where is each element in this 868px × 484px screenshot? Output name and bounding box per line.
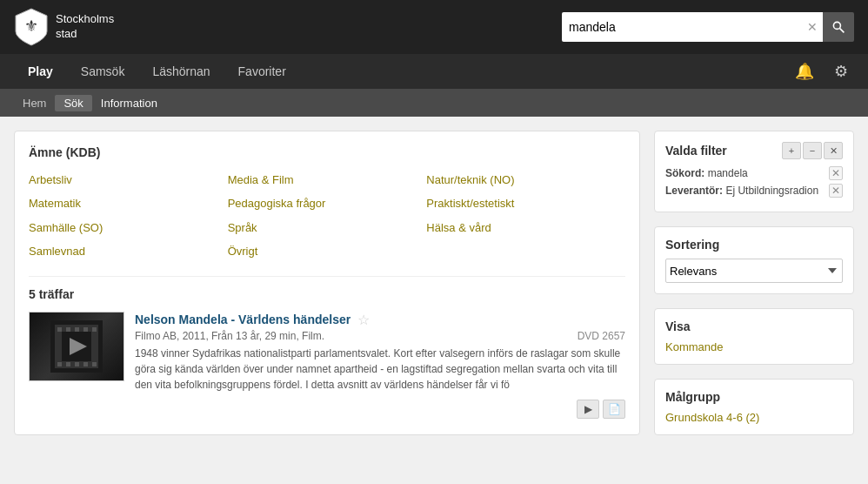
result-play-button[interactable]: ▶ xyxy=(577,400,599,419)
result-meta: Filmo AB, 2011, Från 13 år, 29 min, Film… xyxy=(135,330,625,342)
table-row: Nelson Mandela - Världens händelser ☆ Fi… xyxy=(29,312,625,419)
subject-natur-teknik[interactable]: Natur/teknik (NO) xyxy=(426,170,625,190)
navbar: Play Samsök Läshörnan Favoriter 🔔 ⚙ xyxy=(0,54,868,89)
svg-point-1 xyxy=(833,22,840,29)
logo-text: Stockholms stad xyxy=(56,12,114,42)
search-area: ✕ xyxy=(562,12,854,42)
divider xyxy=(29,276,625,277)
result-title-row: Nelson Mandela - Världens händelser ☆ xyxy=(135,312,625,328)
content-panel: Ämne (KDB) Arbetsliv Media & Film Natur/… xyxy=(14,131,640,435)
subject-section: Ämne (KDB) Arbetsliv Media & Film Natur/… xyxy=(29,145,625,262)
svg-rect-8 xyxy=(57,327,62,332)
svg-rect-9 xyxy=(66,327,70,332)
result-dvd-id: DVD 2657 xyxy=(578,330,625,342)
filter-heading: Valda filter xyxy=(665,144,727,158)
settings-button[interactable]: ⚙ xyxy=(828,58,854,84)
nav-links: Play Samsök Läshörnan Favoriter xyxy=(14,54,300,89)
logo-area: ⚜ Stockholms stad xyxy=(14,7,114,47)
breadcrumb-sok[interactable]: Sök xyxy=(55,95,91,111)
search-button[interactable] xyxy=(823,12,854,42)
breadcrumb-information[interactable]: Information xyxy=(92,95,166,111)
filter-add-button[interactable]: + xyxy=(782,142,801,159)
svg-text:⚜: ⚜ xyxy=(24,17,38,35)
svg-rect-15 xyxy=(75,362,79,366)
visa-kommande-link[interactable]: Kommande xyxy=(665,340,723,353)
filter-header: Valda filter + − ✕ xyxy=(665,142,843,159)
svg-rect-16 xyxy=(83,362,88,366)
malgrupp-heading: Målgrupp xyxy=(665,390,843,404)
subject-pedagogiska[interactable]: Pedagogiska frågor xyxy=(228,193,427,213)
subject-sprak[interactable]: Språk xyxy=(228,218,427,238)
filter-leverantor-value: Ej Utbildningsradion xyxy=(725,185,818,197)
nav-lashörnan[interactable]: Läshörnan xyxy=(138,54,224,89)
subject-ovrigt[interactable]: Övrigt xyxy=(228,241,427,261)
svg-rect-14 xyxy=(66,362,70,366)
result-thumbnail xyxy=(29,312,124,381)
nav-samsok[interactable]: Samsök xyxy=(67,54,139,89)
nav-play[interactable]: Play xyxy=(14,54,67,89)
results-count: 5 träffar xyxy=(29,287,625,301)
malgrupp-link[interactable]: Grundskola 4-6 (2) xyxy=(665,411,759,424)
result-actions: ▶ 📄 xyxy=(135,400,625,419)
malgrupp-section: Målgrupp Grundskola 4-6 (2) xyxy=(654,379,854,435)
svg-line-2 xyxy=(840,29,845,33)
subject-media-film[interactable]: Media & Film xyxy=(228,170,427,190)
result-info-button[interactable]: 📄 xyxy=(603,400,625,419)
visa-heading: Visa xyxy=(665,319,843,333)
sort-heading: Sortering xyxy=(665,238,843,252)
svg-rect-11 xyxy=(83,327,88,332)
subject-grid: Arbetsliv Media & Film Natur/teknik (NO)… xyxy=(29,170,625,262)
breadcrumb: Hem Sök Information xyxy=(0,89,868,117)
filter-sokord-value: mandela xyxy=(708,167,748,179)
nav-favoriter[interactable]: Favoriter xyxy=(224,54,300,89)
result-meta-text: Filmo AB, 2011, Från 13 år, 29 min, Film… xyxy=(135,330,324,342)
svg-rect-13 xyxy=(57,362,62,366)
star-icon[interactable]: ☆ xyxy=(357,312,370,328)
header: ⚜ Stockholms stad ✕ xyxy=(0,0,868,54)
search-input[interactable] xyxy=(562,12,823,42)
search-clear-button[interactable]: ✕ xyxy=(802,12,823,42)
result-title-link[interactable]: Nelson Mandela - Världens händelser xyxy=(135,313,351,326)
film-icon xyxy=(50,320,103,373)
filter-leverantor-remove[interactable]: ✕ xyxy=(829,184,843,198)
visa-section: Visa Kommande xyxy=(654,308,854,365)
breadcrumb-hem[interactable]: Hem xyxy=(14,95,55,111)
subject-matematik[interactable]: Matematik xyxy=(29,193,228,213)
right-panel: Valda filter + − ✕ Sökord: mandela ✕ Lev… xyxy=(654,131,854,435)
notifications-button[interactable]: 🔔 xyxy=(791,58,818,84)
svg-rect-10 xyxy=(75,327,79,332)
thumb-image xyxy=(30,313,124,380)
filter-tag-sokord-text: Sökord: mandela xyxy=(665,167,748,179)
filter-leverantor-label: Leverantör: xyxy=(665,185,723,197)
main: Ämne (KDB) Arbetsliv Media & Film Natur/… xyxy=(0,117,868,449)
svg-rect-17 xyxy=(92,362,97,366)
sort-select[interactable]: Relevans Titel A-Ö Titel Ö-A Nyast xyxy=(665,259,843,283)
subject-halsa[interactable]: Hälsa & vård xyxy=(426,218,625,238)
filter-close-button[interactable]: ✕ xyxy=(824,142,843,159)
svg-rect-12 xyxy=(92,327,97,332)
filter-tag-leverantor-text: Leverantör: Ej Utbildningsradion xyxy=(665,185,818,197)
filter-icons: + − ✕ xyxy=(782,142,843,159)
filter-sokord-label: Sökord: xyxy=(665,167,704,179)
filter-tag-leverantor: Leverantör: Ej Utbildningsradion ✕ xyxy=(665,184,843,198)
filter-sokord-remove[interactable]: ✕ xyxy=(829,166,843,180)
search-icon xyxy=(831,20,845,34)
result-details: Nelson Mandela - Världens händelser ☆ Fi… xyxy=(135,312,625,419)
subject-heading: Ämne (KDB) xyxy=(29,145,625,159)
result-description-text: 1948 vinner Sydafrikas nationalistparti … xyxy=(135,347,620,391)
filter-section: Valda filter + − ✕ Sökord: mandela ✕ Lev… xyxy=(654,131,854,212)
subject-samlevnad[interactable]: Samlevnad xyxy=(29,241,228,261)
subject-arbetsliv[interactable]: Arbetsliv xyxy=(29,170,228,190)
filter-minus-button[interactable]: − xyxy=(803,142,822,159)
sort-section: Sortering Relevans Titel A-Ö Titel Ö-A N… xyxy=(654,226,854,294)
result-description: 1948 vinner Sydafrikas nationalistparti … xyxy=(135,346,625,393)
nav-icons: 🔔 ⚙ xyxy=(791,58,854,84)
filter-tag-sokord: Sökord: mandela ✕ xyxy=(665,166,843,180)
subject-samhalle[interactable]: Samhälle (SO) xyxy=(29,218,228,238)
shield-icon: ⚜ xyxy=(14,7,49,47)
subject-praktiskt[interactable]: Praktiskt/estetiskt xyxy=(426,193,625,213)
